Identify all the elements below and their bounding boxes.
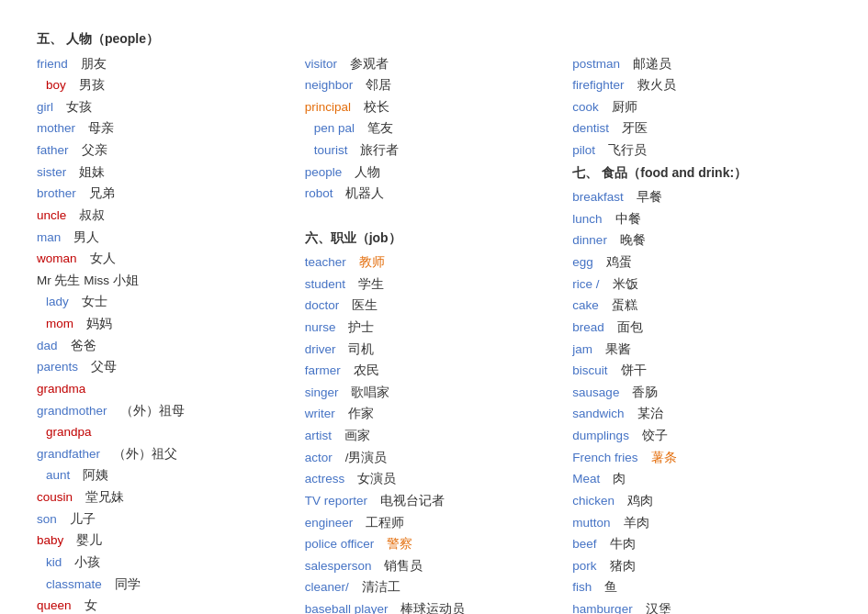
english-word: chicken: [572, 494, 614, 508]
english-word: writer: [305, 407, 335, 420]
chinese-word: 校长: [364, 100, 389, 114]
list-item: postman 邮递员: [572, 53, 831, 75]
english-word: baseball player: [305, 602, 389, 614]
list-item: chicken 鸡肉: [572, 490, 831, 512]
english-word: cake: [572, 298, 599, 312]
list-item: actress 女演员: [305, 468, 564, 490]
chinese-word: 画家: [344, 429, 370, 442]
chinese-word: 饼干: [621, 363, 647, 377]
english-word: pork: [572, 559, 596, 573]
list-item: baby 婴儿: [37, 530, 296, 552]
chinese-word: 女人: [90, 251, 116, 265]
english-word: lunch: [572, 212, 602, 226]
chinese-word: 肉: [613, 472, 626, 486]
list-item: student 学生: [305, 274, 564, 296]
english-word: girl: [37, 100, 53, 114]
chinese-word: （外）祖父: [113, 447, 177, 461]
chinese-word: 飞行员: [608, 143, 647, 157]
list-item: teacher 教师: [305, 251, 564, 274]
chinese-word: 医生: [352, 298, 378, 312]
list-item: grandma: [37, 378, 296, 400]
chinese-word: 农民: [354, 363, 379, 377]
english-word: sausage: [572, 385, 619, 399]
chinese-word: 女: [85, 598, 97, 612]
english-word: bread: [572, 320, 604, 334]
list-item: classmate 同学: [37, 574, 296, 596]
chinese-word: 厨师: [612, 100, 637, 114]
english-word: pen pal: [314, 121, 355, 135]
english-word: dentist: [572, 121, 609, 135]
chinese-word: 司机: [348, 342, 374, 356]
english-word: man: [37, 230, 61, 244]
chinese-word: 鸡蛋: [606, 255, 632, 269]
chinese-word: 薯条: [651, 451, 677, 464]
section-header-food: 七、 食品（food and drink:）: [572, 162, 831, 184]
list-item: driver 司机: [305, 339, 564, 361]
english-word: engineer: [305, 516, 354, 530]
list-item: writer 作家: [305, 403, 564, 425]
list-item: artist 画家: [305, 425, 564, 447]
english-word: son: [37, 512, 57, 526]
chinese-word: 牛肉: [610, 537, 636, 551]
list-item: neighbor 邻居: [305, 74, 564, 96]
english-word: uncle: [37, 208, 66, 222]
chinese-word: 朋友: [81, 57, 107, 71]
english-word: TV reporter: [305, 494, 367, 508]
chinese-word: 救火员: [637, 78, 676, 92]
list-item: rice / 米饭: [572, 274, 831, 296]
english-word: actor: [305, 451, 333, 464]
chinese-word: 牙医: [622, 121, 648, 135]
english-word: breakfast: [572, 190, 624, 204]
list-item: pork 猪肉: [572, 555, 831, 577]
chinese-word: 棒球运动员: [400, 602, 465, 614]
english-word: artist: [305, 429, 332, 442]
list-item: singer 歌唱家: [305, 382, 564, 404]
chinese-word: 笔友: [367, 121, 393, 135]
chinese-word: 儿子: [70, 512, 96, 526]
english-word: grandpa: [46, 425, 92, 439]
chinese-word: 姐妹: [79, 165, 105, 179]
list-item: boy 男孩: [37, 74, 296, 96]
list-item: grandmother （外）祖母: [37, 400, 296, 422]
chinese-word: 米饭: [613, 277, 638, 291]
chinese-word: 人物: [355, 165, 380, 179]
english-word: rice /: [572, 277, 599, 291]
list-item: sister 姐妹: [37, 162, 296, 184]
chinese-word: 工程师: [366, 516, 404, 530]
list-item: grandpa: [37, 421, 296, 443]
chinese-word: 男孩: [79, 78, 105, 92]
english-word: fish: [572, 580, 592, 594]
list-item: people 人物: [305, 162, 564, 184]
english-word: boy: [46, 78, 66, 92]
chinese-word: 电视台记者: [380, 494, 445, 508]
english-word: parents: [37, 360, 78, 374]
english-word: Meat: [572, 472, 600, 486]
english-word: biscuit: [572, 363, 607, 377]
english-word: father: [37, 143, 69, 157]
chinese-word: 小孩: [74, 555, 100, 569]
chinese-word: 参观者: [350, 57, 389, 71]
chinese-word: 女士: [82, 295, 107, 308]
list-item: salesperson 销售员: [305, 555, 564, 577]
chinese-word: 学生: [358, 277, 384, 291]
chinese-word: 邮递员: [633, 57, 671, 71]
list-item: lady 女士: [37, 291, 296, 313]
list-item: mom 妈妈: [37, 313, 296, 335]
list-item: brother 兄弟: [37, 183, 296, 205]
list-item: Meat 肉: [572, 468, 831, 490]
chinese-word: 邻居: [366, 78, 391, 92]
english-word: neighbor: [305, 78, 354, 92]
english-word: baby: [37, 533, 63, 547]
english-word: salesperson: [305, 559, 372, 573]
english-word: kid: [46, 555, 62, 569]
chinese-word: 男人: [73, 230, 99, 244]
list-item: dinner 晚餐: [572, 229, 831, 251]
chinese-word: 教师: [359, 255, 385, 269]
english-word: classmate: [46, 577, 102, 591]
chinese-word: 猪肉: [610, 559, 636, 573]
list-item: engineer 工程师: [305, 512, 564, 534]
list-item: hamburger 汉堡: [572, 598, 831, 614]
english-word: sister: [37, 165, 66, 179]
list-item: TV reporter 电视台记者: [305, 490, 564, 512]
chinese-word: 饺子: [642, 429, 668, 442]
